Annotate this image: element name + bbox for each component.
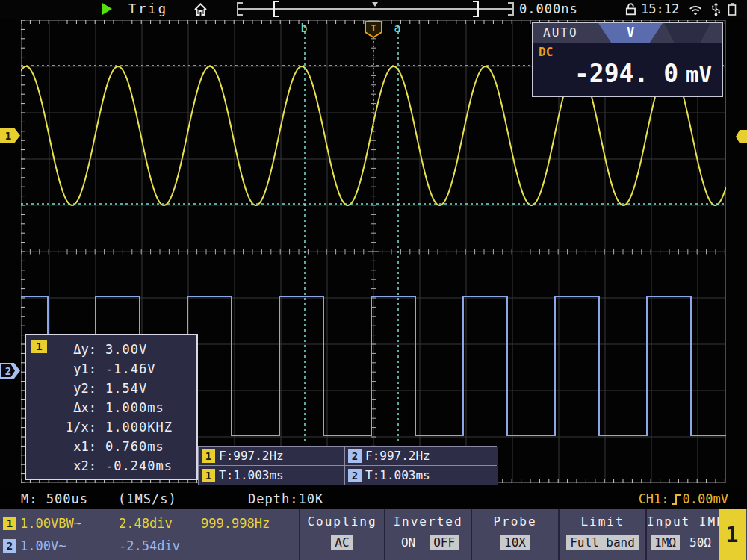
measurement-item: 1 F:997.2Hz xyxy=(199,447,344,465)
cursor-row-1overx: 1/x:1.000KHZ xyxy=(31,417,190,437)
inverted-label: Inverted xyxy=(385,514,471,529)
input-imp-option-1mohm[interactable]: 1MΩ xyxy=(651,535,680,550)
multimeter-volts-tab[interactable]: V xyxy=(598,23,663,43)
ch1-position-marker[interactable]: 1 xyxy=(0,128,20,143)
measurement-value: T:1.003ms xyxy=(365,468,430,482)
bottom-menu-bar: 1 1.00VBW~ 2.48div 999.998Hz 2 1.00V~ -2… xyxy=(0,509,747,560)
horizontal-offset-readout: 0.000ns xyxy=(519,1,578,16)
battery-icon xyxy=(726,2,738,16)
multimeter-body: DC -294. 0mV xyxy=(533,43,722,96)
ch2-badge[interactable]: 2 xyxy=(3,539,16,553)
measurement-item: 2 F:997.2Hz xyxy=(345,447,498,465)
probe-option-10x[interactable]: 10X xyxy=(500,535,530,550)
cursor-a-label[interactable]: a xyxy=(394,22,400,35)
run-play-icon[interactable] xyxy=(102,3,112,15)
limit-option-fullband[interactable]: Full band xyxy=(566,535,639,550)
trigger-position-pointer xyxy=(372,2,378,7)
ch1-scale: 1.00VBW~ xyxy=(20,516,119,531)
ch1-trigger-frequency: 999.998Hz xyxy=(201,516,270,531)
multimeter-empty-tab[interactable] xyxy=(664,23,710,43)
svg-text:T: T xyxy=(371,22,376,34)
menu-inverted: Inverted ON OFF xyxy=(384,509,471,560)
ch2-position-marker[interactable]: 2 xyxy=(0,363,20,379)
channel-badge: 1 xyxy=(202,449,215,463)
cursor-row-dx: Δx:1.000ms xyxy=(31,398,190,417)
wifi-icon xyxy=(689,3,702,16)
cursor-row-y1: y1:-1.46V xyxy=(31,359,190,379)
inverted-option-on[interactable]: ON xyxy=(397,535,419,550)
input-imp-label: Input IMP xyxy=(647,514,719,529)
coupling-label: Coupling xyxy=(300,514,384,529)
usb-icon xyxy=(710,2,722,16)
home-icon[interactable] xyxy=(193,1,208,17)
trigger-readout: CH1: 0.00mV xyxy=(639,491,728,506)
menu-coupling: Coupling AC xyxy=(299,509,384,560)
ch2-info-row: 2 1.00V~ -2.54div xyxy=(0,535,299,557)
inverted-option-off[interactable]: OFF xyxy=(430,535,459,550)
ch1-badge[interactable]: 1 xyxy=(3,517,16,530)
measurement-item: 2 T:1.003ms xyxy=(345,466,498,485)
input-imp-option-50ohm[interactable]: 50Ω xyxy=(686,535,715,550)
ch2-scale: 1.00V~ xyxy=(20,538,119,553)
lock-icon xyxy=(624,2,638,16)
probe-label: Probe xyxy=(472,514,558,529)
ch1-offset: 2.48div xyxy=(119,516,201,531)
cursor-row-x2: x2:-0.240ms xyxy=(31,456,190,476)
channel-badge: 1 xyxy=(202,469,215,482)
cursor-row-dy: Δy:3.00V xyxy=(31,340,190,359)
oscilloscope-screen: Trig 0.000ns 15:12 xyxy=(0,0,747,560)
cursor-b-label[interactable]: b xyxy=(300,22,307,35)
measurement-value: T:1.003ms xyxy=(219,468,284,482)
rising-edge-icon xyxy=(671,493,681,505)
multimeter-header: AUTO V xyxy=(533,23,722,43)
channel-info-block: 1 1.00VBW~ 2.48div 999.998Hz 2 1.00V~ -2… xyxy=(0,509,299,560)
cursor-channel-badge: 1 xyxy=(31,340,47,353)
memory-window-indicator[interactable] xyxy=(235,1,515,18)
memory-depth-readout: Depth:10K xyxy=(248,491,323,506)
coupling-option-ac[interactable]: AC xyxy=(331,535,353,550)
channel-badge: 2 xyxy=(348,449,362,463)
status-bar: M: 500us (1MS/s) Depth:10K CH1: 0.00mV xyxy=(0,489,747,509)
waveform-display-area[interactable]: T b a 1 2 1 Δy:3.00V y1:-1.46V y2:1.54V … xyxy=(0,19,747,489)
measurement-item: 1 T:1.003ms xyxy=(199,466,344,485)
cursor-measure-panel: 1 Δy:3.00V y1:-1.46V y2:1.54V Δx:1.000ms… xyxy=(25,334,198,480)
menu-channel-tab[interactable]: 1 xyxy=(719,509,746,560)
timebase-readout: M: 500us xyxy=(21,491,88,506)
multimeter-reading: -294. 0mV xyxy=(574,59,712,88)
limit-label: Limit xyxy=(560,514,645,529)
ch2-offset: -2.54div xyxy=(119,538,201,553)
multimeter-panel: AUTO V DC -294. 0mV xyxy=(532,22,723,97)
clock: 15:12 xyxy=(641,1,679,16)
sample-rate-readout: (1MS/s) xyxy=(118,491,177,506)
trigger-status-label: Trig xyxy=(128,1,168,16)
multimeter-mode: AUTO xyxy=(543,25,578,40)
multimeter-coupling: DC xyxy=(539,45,553,59)
auto-measurements: 1 F:997.2Hz 2 F:997.2Hz 1 T:1.003ms 2 T:… xyxy=(198,446,497,485)
menu-input-imp: Input IMP 1MΩ 50Ω xyxy=(645,509,719,560)
top-bar: Trig 0.000ns 15:12 xyxy=(0,0,747,19)
menu-limit: Limit Full band xyxy=(558,509,645,560)
cursor-row-y2: y2:1.54V xyxy=(31,379,190,398)
channel-badge: 2 xyxy=(348,469,362,482)
ch1-info-row: 1 1.00VBW~ 2.48div 999.998Hz xyxy=(0,512,299,535)
menu-probe: Probe 10X xyxy=(471,509,558,560)
measurement-value: F:997.2Hz xyxy=(365,449,430,463)
cursor-row-x1: x1:0.760ms xyxy=(31,437,190,456)
trigger-level-arrow[interactable] xyxy=(736,130,747,143)
measurement-value: F:997.2Hz xyxy=(219,449,284,463)
